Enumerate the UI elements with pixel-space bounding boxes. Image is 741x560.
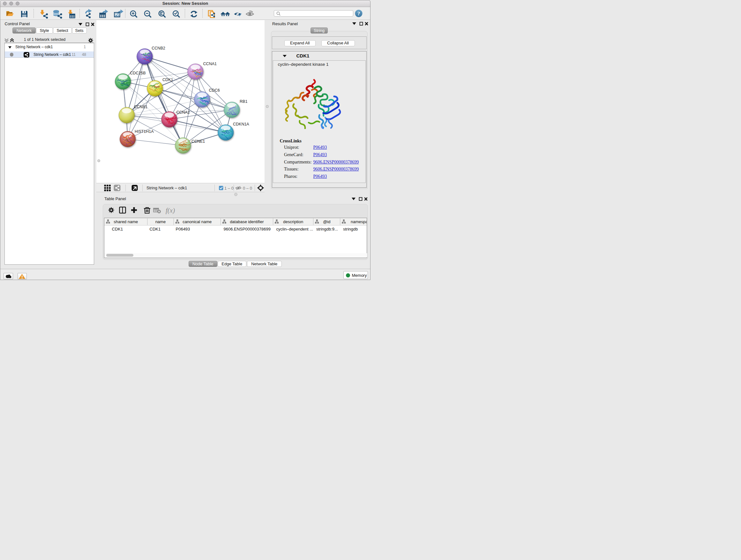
svg-text:@id: @id xyxy=(323,219,330,224)
svg-text:name: name xyxy=(155,219,166,224)
svg-text:1 – 0: 1 – 0 xyxy=(224,186,233,190)
svg-text:namespac: namespac xyxy=(351,219,367,224)
svg-text:stringdb:9...: stringdb:9... xyxy=(316,226,338,231)
svg-text:9606.ENSP00000378699: 9606.ENSP00000378699 xyxy=(224,226,271,231)
svg-text:description: description xyxy=(283,219,303,224)
svg-text:0 – 0: 0 – 0 xyxy=(243,186,252,190)
svg-text:stringdb: stringdb xyxy=(343,226,358,231)
svg-text:CCNA2: CCNA2 xyxy=(176,110,190,115)
svg-text:CCNB2: CCNB2 xyxy=(151,46,165,51)
svg-text:RB1: RB1 xyxy=(240,99,247,104)
svg-text:CDK1: CDK1 xyxy=(112,226,123,231)
svg-text:database identifier: database identifier xyxy=(230,219,264,224)
svg-text:CDC6: CDC6 xyxy=(209,88,219,92)
svg-text:CDK1: CDK1 xyxy=(162,78,173,82)
svg-text:shared name: shared name xyxy=(114,219,138,224)
svg-text:CDK1: CDK1 xyxy=(150,226,161,231)
svg-text:f(x): f(x) xyxy=(165,206,175,214)
svg-text:P06493: P06493 xyxy=(176,226,190,231)
svg-text:CDC25B: CDC25B xyxy=(130,71,145,75)
svg-text:HIST1H1A: HIST1H1A xyxy=(134,129,153,134)
svg-text:canonical name: canonical name xyxy=(183,219,212,224)
svg-text:cyclin–dependent ...: cyclin–dependent ... xyxy=(276,226,313,231)
svg-text:CDKN1A: CDKN1A xyxy=(233,122,249,126)
svg-text:CCNA1: CCNA1 xyxy=(203,62,216,66)
svg-text:CCNE1: CCNE1 xyxy=(191,139,205,144)
svg-text:?: ? xyxy=(357,10,360,17)
svg-text:CCNB1: CCNB1 xyxy=(134,105,147,109)
